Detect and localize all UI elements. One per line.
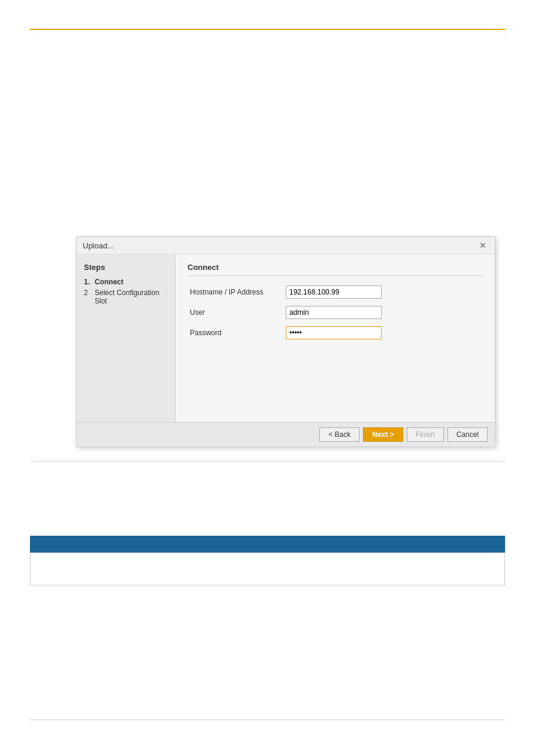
blue-bar-section xyxy=(30,536,505,585)
top-orange-line xyxy=(30,29,505,30)
password-input[interactable] xyxy=(286,326,382,339)
connect-form: Hostname / IP Address User xyxy=(188,282,483,343)
dialog-titlebar: Upload... ✕ xyxy=(77,237,495,254)
password-label: Password xyxy=(188,323,283,343)
separator-line-below-dialog xyxy=(30,461,505,462)
next-button[interactable]: Next > xyxy=(363,427,403,442)
dialog-footer: < Back Next > Finish Cancel xyxy=(77,422,495,447)
step-item-2: 2 Select Configuration Slot xyxy=(84,289,168,305)
steps-panel: Steps 1. Connect 2 Select Configuration … xyxy=(77,254,176,422)
hostname-input[interactable] xyxy=(286,286,382,299)
content-panel: Connect Hostname / IP Address User xyxy=(176,254,495,422)
dialog-close-button[interactable]: ✕ xyxy=(477,241,489,250)
step-2-label: Select Configuration Slot xyxy=(95,289,168,305)
hostname-row: Hostname / IP Address xyxy=(188,282,483,302)
user-input[interactable] xyxy=(286,306,382,319)
user-label: User xyxy=(188,302,283,323)
finish-button[interactable]: Finish xyxy=(407,427,444,442)
hostname-label: Hostname / IP Address xyxy=(188,282,283,302)
dialog-body: Steps 1. Connect 2 Select Configuration … xyxy=(77,254,495,422)
user-row: User xyxy=(188,302,483,323)
connect-heading: Connect xyxy=(188,263,483,276)
blue-bar-content-box xyxy=(30,552,505,585)
step-item-1: 1. Connect xyxy=(84,278,168,286)
step-1-number: 1. xyxy=(84,278,92,286)
dialog-title: Upload... xyxy=(83,241,114,250)
password-row: Password xyxy=(188,323,483,343)
step-1-label: Connect xyxy=(95,278,123,286)
bottom-separator-line xyxy=(30,719,505,720)
blue-bar xyxy=(30,536,505,552)
step-2-number: 2 xyxy=(84,289,92,297)
upload-dialog: Upload... ✕ Steps 1. Connect 2 Select Co… xyxy=(76,236,495,447)
cancel-button[interactable]: Cancel xyxy=(448,427,488,442)
steps-list: 1. Connect 2 Select Configuration Slot xyxy=(84,278,168,305)
steps-heading: Steps xyxy=(84,263,168,272)
back-button[interactable]: < Back xyxy=(319,427,359,442)
